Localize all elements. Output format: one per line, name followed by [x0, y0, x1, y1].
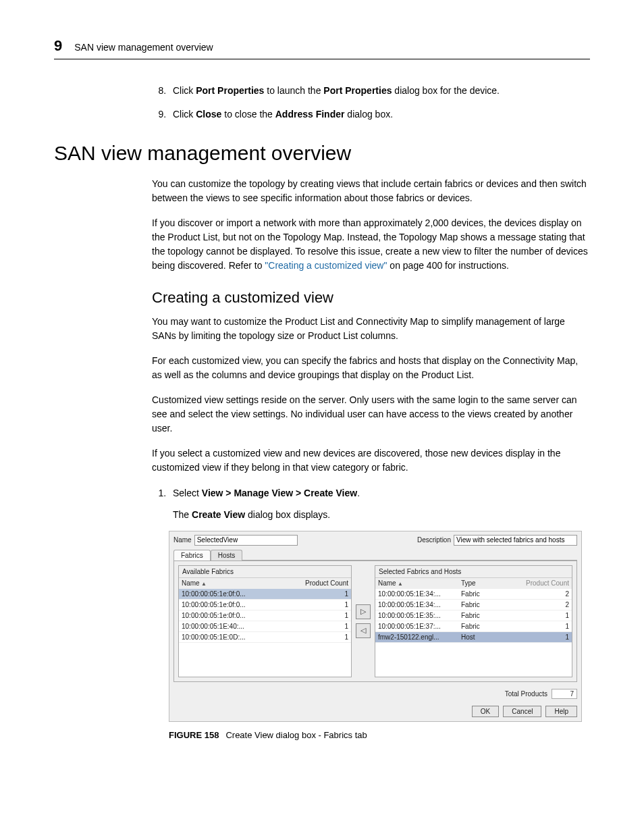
table-row[interactable]: 10:00:00:05:1e:0f:0...1: [179, 610, 351, 621]
link-creating-customized-view[interactable]: "Creating a customized view": [265, 260, 387, 271]
table-row[interactable]: 10:00:00:05:1E:34:...Fabric2: [375, 600, 572, 610]
table-row[interactable]: fmw2-150122.engl...Host1: [375, 632, 572, 643]
description-label: Description: [417, 536, 451, 544]
running-title: SAN view management overview: [74, 42, 213, 53]
intro-para-2: If you discover or import a network with…: [152, 216, 590, 273]
available-fabrics-list[interactable]: Available Fabrics Name Product Count 10:…: [178, 565, 352, 677]
name-label: Name: [173, 536, 192, 544]
remove-button[interactable]: ◁: [356, 623, 371, 638]
procedure-steps: Select View > Manage View > Create View.…: [152, 486, 590, 523]
subsection-title: Creating a customized view: [152, 289, 590, 307]
column-name[interactable]: Name: [375, 578, 458, 588]
tab-hosts[interactable]: Hosts: [211, 550, 243, 561]
total-products-value: 7: [552, 689, 577, 699]
figure-caption: FIGURE 158Create View dialog box - Fabri…: [169, 730, 590, 740]
header-rule: [54, 59, 590, 59]
table-row[interactable]: 10:00:00:05:1e:0f:0...1: [179, 600, 351, 610]
step-8: Click Port Properties to launch the Port…: [169, 84, 590, 98]
step-1: Select View > Manage View > Create View.…: [169, 486, 590, 523]
ok-button[interactable]: OK: [472, 706, 499, 717]
running-header: 9 SAN view management overview: [54, 37, 590, 55]
available-fabrics-title: Available Fabrics: [179, 566, 351, 578]
table-row[interactable]: 10:00:00:05:1E:0D:...1: [179, 632, 351, 643]
tab-fabrics[interactable]: Fabrics: [173, 550, 211, 561]
body-para: Customized view settings reside on the s…: [152, 393, 590, 436]
help-button[interactable]: Help: [545, 706, 577, 717]
column-product-count[interactable]: Product Count: [265, 578, 351, 588]
column-product-count[interactable]: Product Count: [498, 578, 572, 588]
chevron-right-icon: ▷: [360, 607, 366, 616]
add-button[interactable]: ▷: [356, 604, 371, 619]
cancel-button[interactable]: Cancel: [503, 706, 541, 717]
table-row[interactable]: 10:00:00:05:1e:0f:0...1: [179, 589, 351, 600]
intro-para-1: You can customize the topology by creati…: [152, 177, 590, 205]
selected-list-title: Selected Fabrics and Hosts: [375, 566, 572, 578]
selected-fabrics-hosts-list[interactable]: Selected Fabrics and Hosts Name Type Pro…: [375, 565, 572, 677]
name-input[interactable]: [194, 535, 298, 546]
table-row[interactable]: 10:00:00:05:1E:40:...1: [179, 621, 351, 632]
continued-steps-list: Click Port Properties to launch the Port…: [54, 84, 590, 122]
step-9: Click Close to close the Address Finder …: [169, 107, 590, 122]
column-type[interactable]: Type: [458, 578, 498, 588]
table-row[interactable]: 10:00:00:05:1E:34:...Fabric2: [375, 589, 572, 600]
total-products-label: Total Products: [505, 690, 547, 698]
table-row[interactable]: 10:00:00:05:1E:37:...Fabric1: [375, 621, 572, 632]
column-name[interactable]: Name: [179, 578, 265, 588]
chevron-left-icon: ◁: [360, 626, 366, 635]
body-para: If you select a customized view and new …: [152, 446, 590, 475]
description-input[interactable]: [454, 535, 577, 546]
body-para: You may want to customize the Product Li…: [152, 315, 590, 343]
section-title: SAN view management overview: [54, 142, 590, 165]
create-view-dialog: Name Description Fabrics Hosts Available…: [169, 531, 582, 722]
chapter-number: 9: [54, 37, 62, 55]
body-para: For each customized view, you can specif…: [152, 354, 590, 382]
table-row[interactable]: 10:00:00:05:1E:35:...Fabric1: [375, 610, 572, 621]
